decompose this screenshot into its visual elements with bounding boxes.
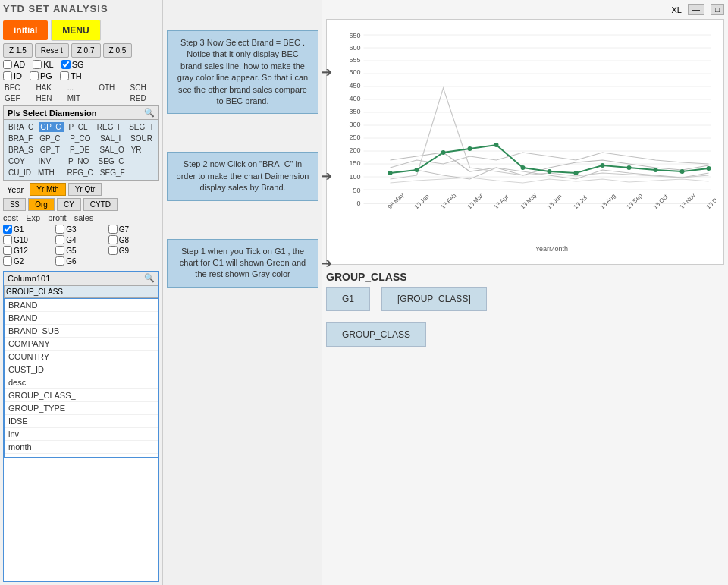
bottom-group-class-expr-label: [GROUP_CLASS]	[397, 294, 471, 304]
col-item-idse[interactable]: IDSE	[5, 415, 158, 428]
svg-text:13 Jun: 13 Jun	[546, 193, 563, 210]
group-g3[interactable]: G3	[55, 225, 106, 234]
col-item-cust-id[interactable]: CUST_ID	[5, 363, 158, 376]
col-item-group-class-[interactable]: GROUP_CLASS_	[5, 389, 158, 402]
currency-row: S$ Org CY CYTD	[3, 198, 159, 211]
svg-text:13 Feb: 13 Feb	[440, 192, 458, 210]
dim-sour[interactable]: SOUR	[129, 134, 155, 143]
zoom-07-button[interactable]: Z 0.7	[71, 43, 101, 58]
col-item-odse[interactable]: ODSE_	[5, 454, 158, 458]
column-select[interactable]: GROUP_CLASS	[4, 285, 158, 298]
dim-reg-f[interactable]: REG_F	[96, 122, 124, 132]
svg-point-14	[388, 171, 393, 175]
zoom-15-button[interactable]: Z 1.5	[3, 43, 33, 58]
checkbox-ad[interactable]: AD	[3, 60, 25, 69]
dim-bra-s[interactable]: BRA_S	[7, 145, 35, 155]
col-item-company[interactable]: COMPANY	[5, 338, 158, 351]
zoom-05-button[interactable]: Z 0.5	[103, 43, 133, 58]
measure-profit: profit	[48, 213, 66, 222]
dim-coy[interactable]: COY	[7, 156, 33, 166]
dim-row-1: BRA_C GP_C P_CL REG_F SEG_T	[5, 121, 157, 133]
checkbox-th[interactable]: TH	[60, 71, 82, 80]
top-buttons: initial MENU	[3, 20, 159, 41]
svg-text:13 Mar: 13 Mar	[466, 192, 485, 210]
dim-sal-o[interactable]: SAL_O	[98, 145, 125, 155]
checkbox-pg[interactable]: PG	[30, 71, 52, 80]
group-g8[interactable]: G8	[108, 235, 159, 244]
dim-gp-c2[interactable]: GP_C	[38, 134, 64, 143]
dim-p-co[interactable]: P_CO	[68, 134, 95, 143]
dim-gp-c-selected[interactable]: GP_C	[39, 122, 63, 132]
dim-bra-f[interactable]: BRA_F	[7, 134, 34, 143]
dim-inv[interactable]: INV	[37, 156, 64, 166]
group-g2[interactable]: G2	[3, 256, 54, 266]
checkboxes-row1: AD KL SG	[3, 60, 159, 69]
checkboxes-row2: ID PG TH	[3, 71, 159, 80]
dim-p-no[interactable]: P_NO	[67, 156, 93, 166]
initial-button[interactable]: initial	[3, 20, 48, 40]
dim-empty1	[130, 156, 156, 166]
maximize-button[interactable]: □	[711, 4, 724, 15]
dim-yr[interactable]: YR	[130, 145, 155, 155]
group-g9[interactable]: G9	[108, 246, 159, 255]
col-item-brand_[interactable]: BRAND_	[5, 312, 158, 325]
dim-sal-i[interactable]: SAL_I	[99, 134, 125, 143]
group-g5[interactable]: G5	[55, 246, 106, 255]
dim-p-cl[interactable]: P_CL	[67, 122, 92, 132]
svg-point-25	[680, 169, 685, 174]
menu-button[interactable]: MENU	[51, 20, 100, 41]
y-label-600: 600	[349, 44, 360, 52]
dim-gp-t[interactable]: GP_T	[39, 145, 64, 155]
bottom-box-g1[interactable]: G1	[326, 287, 370, 311]
currency-org-button[interactable]: Org	[28, 198, 55, 211]
col-item-brand-sub[interactable]: BRAND_SUB	[5, 325, 158, 338]
dim-reg-c[interactable]: REG_C	[65, 168, 94, 178]
dim-seg-t[interactable]: SEG_T	[127, 122, 155, 132]
page-title: YTD SET ANALYSIS	[3, 3, 159, 14]
group-g1[interactable]: G1	[3, 225, 54, 234]
yr-qtr-button[interactable]: Yr Qtr	[68, 183, 102, 196]
dimension-search-icon[interactable]: 🔍	[144, 108, 155, 118]
group-g12[interactable]: G12	[3, 246, 54, 255]
group-g10[interactable]: G10	[3, 235, 54, 244]
svg-text:13 Dec: 13 Dec	[705, 192, 716, 210]
checkbox-id[interactable]: ID	[3, 71, 22, 80]
col-item-desc[interactable]: desc	[5, 376, 158, 389]
minimize-button[interactable]: —	[688, 4, 704, 15]
group-g7[interactable]: G7	[108, 225, 159, 234]
left-panel: YTD SET ANALYSIS initial MENU Z 1.5 Rese…	[0, 0, 163, 585]
col-item-month[interactable]: month	[5, 441, 158, 454]
window-controls-bar: XL — □	[326, 4, 724, 15]
checkbox-kl[interactable]: KL	[33, 60, 53, 69]
col-item-group-type[interactable]: GROUP_TYPE	[5, 402, 158, 415]
dim-bra-c[interactable]: BRA_C	[7, 122, 35, 132]
col-item-inv[interactable]: inv	[5, 428, 158, 441]
measure-exp: Exp	[26, 213, 40, 222]
dim-cu-id[interactable]: CU_ID	[7, 168, 33, 178]
dim-mth[interactable]: MTH	[36, 168, 61, 178]
checkbox-sg[interactable]: SG	[61, 60, 84, 69]
middle-panel: Step 3 Now Select Brand = BEC . Notice t…	[163, 0, 322, 585]
currency-ss-button[interactable]: S$	[3, 198, 26, 211]
measure-cost: cost	[3, 213, 18, 222]
group-g4[interactable]: G4	[55, 235, 106, 244]
y-label-200: 200	[349, 146, 360, 154]
col-item-country[interactable]: COUNTRY	[5, 351, 158, 363]
currency-cy-button[interactable]: CY	[57, 198, 81, 211]
group-g6[interactable]: G6	[55, 256, 106, 266]
y-label-400: 400	[349, 95, 360, 102]
yr-mth-button[interactable]: Yr Mth	[30, 183, 65, 196]
dim-empty2	[130, 168, 155, 178]
dim-seg-f[interactable]: SEG_F	[99, 168, 127, 178]
dim-p-de[interactable]: P_DE	[68, 145, 94, 155]
col-item-brand[interactable]: BRAND	[5, 299, 158, 312]
currency-cytd-button[interactable]: CYTD	[83, 198, 118, 211]
dimension-header: Pls Select Diamension 🔍	[4, 106, 158, 120]
column-search-icon[interactable]: 🔍	[144, 273, 155, 283]
dim-seg-c[interactable]: SEG_C	[97, 156, 126, 166]
bottom-box-group-class-expr[interactable]: [GROUP_CLASS]	[381, 287, 487, 311]
y-label-150: 150	[349, 159, 360, 167]
reset-button[interactable]: Rese t	[35, 43, 69, 58]
bottom-box-group-class[interactable]: GROUP_CLASS	[326, 322, 426, 347]
column-list: BRAND BRAND_ BRAND_SUB COMPANY COUNTRY C…	[4, 298, 158, 458]
